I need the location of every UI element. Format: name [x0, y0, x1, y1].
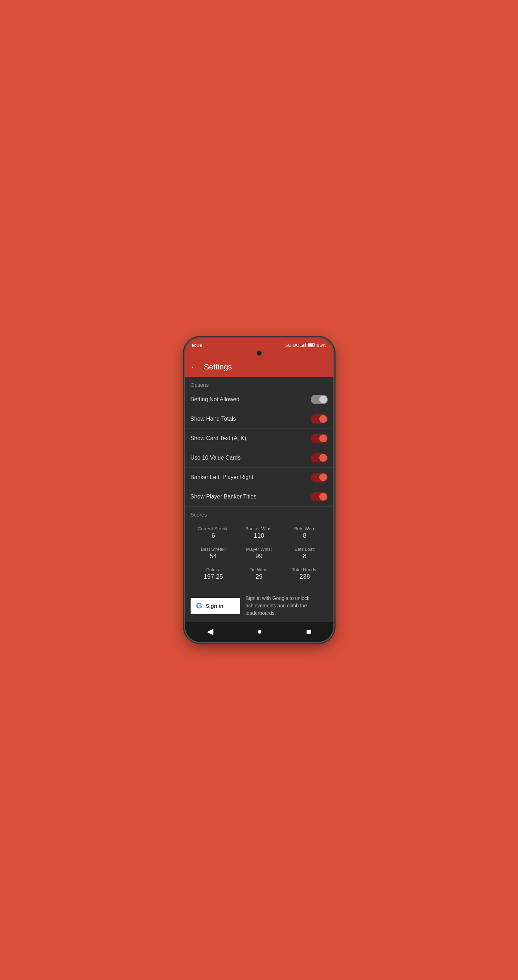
score-label-points: Points: [192, 567, 235, 573]
google-g-icon: G [196, 601, 202, 611]
score-cell-best-streak: Best Streak: 54 [191, 543, 236, 563]
signin-button-label: Sign in [206, 603, 223, 609]
score-label-total-hands: Total Hands: [283, 567, 326, 573]
option-row-banker-left: Banker Left, Player Right [185, 468, 333, 487]
back-button[interactable]: ← [191, 363, 198, 372]
status-bar: 9:16 5G UC 85% [185, 338, 333, 351]
page-title: Settings [204, 363, 232, 372]
score-value-best-streak: 54 [192, 552, 235, 560]
toggle-knob-ten-value [319, 454, 327, 462]
option-row-card-text: Show Card Text (A, K) [185, 429, 333, 448]
toggle-card-text[interactable] [311, 434, 328, 443]
toggle-ten-value[interactable] [311, 453, 328, 463]
svg-rect-5 [315, 344, 316, 346]
score-cell-total-hands: Total Hands: 238 [282, 563, 327, 584]
scores-section-label: Scores [185, 507, 333, 520]
phone-device: 9:16 5G UC 85% [185, 338, 333, 642]
network-label: 5G UC [285, 342, 300, 348]
score-label-best-streak: Best Streak: [192, 547, 235, 552]
svg-rect-1 [302, 345, 303, 347]
toggle-betting[interactable] [311, 395, 328, 404]
status-right: 5G UC 85% [285, 342, 326, 348]
score-cell-bets-lost: Bets Lost: 8 [282, 543, 327, 563]
score-label-bets-lost: Bets Lost: [283, 547, 326, 552]
score-label-current-streak: Current Streak: [192, 526, 235, 531]
score-value-points: 197.25 [192, 573, 235, 581]
nav-home-button[interactable]: ● [257, 627, 262, 636]
option-label-betting: Betting Not Allowed [191, 396, 240, 402]
toggle-hand-totals[interactable] [311, 414, 328, 423]
score-cell-player-wins: Player Wins: 99 [236, 543, 282, 563]
score-cell-current-streak: Current Streak: 6 [191, 522, 236, 543]
score-cell-tie-wins: Tie Wins: 29 [236, 563, 282, 584]
option-label-hand-totals: Show Hand Totals [191, 416, 236, 422]
score-label-tie-wins: Tie Wins: [237, 567, 281, 573]
toggle-knob-card-text [319, 434, 327, 442]
toggle-player-banker-titles[interactable] [311, 492, 328, 501]
score-cell-bets-won: Bets Won: 8 [282, 522, 327, 543]
signin-description: Sign in with Google to unlock achievemen… [246, 595, 328, 617]
score-value-tie-wins: 29 [237, 573, 281, 581]
score-cell-banker-wins: Banker Wins: 110 [236, 522, 282, 543]
option-row-player-banker-titles: Show Player Banker Titles [185, 487, 333, 507]
svg-rect-0 [301, 346, 301, 347]
phone-screen: 9:16 5G UC 85% [185, 338, 333, 642]
svg-rect-2 [303, 344, 304, 347]
score-value-bets-lost: 8 [283, 552, 326, 560]
toggle-knob-betting [319, 396, 327, 403]
battery-icon [308, 343, 316, 347]
toggle-knob-hand-totals [319, 415, 327, 423]
nav-back-button[interactable]: ◀ [207, 627, 213, 636]
nav-recent-button[interactable]: ■ [306, 627, 311, 636]
google-signin-button[interactable]: G Sign in [191, 598, 240, 614]
option-row-ten-value: Use 10 Value Cards [185, 448, 333, 468]
score-cell-points: Points: 197.25 [191, 563, 236, 584]
camera-dot [257, 351, 261, 356]
status-time: 9:16 [192, 342, 202, 348]
option-label-ten-value: Use 10 Value Cards [191, 455, 241, 461]
battery-label: 85% [317, 342, 326, 348]
toggle-knob-banker-left [319, 473, 327, 481]
score-value-current-streak: 6 [192, 532, 235, 539]
option-label-card-text: Show Card Text (A, K) [191, 435, 247, 442]
svg-rect-6 [308, 344, 313, 347]
score-value-total-hands: 238 [283, 573, 326, 581]
signal-icon [301, 343, 306, 347]
option-label-player-banker-titles: Show Player Banker Titles [191, 493, 257, 500]
scores-grid: Current Streak: 6 Banker Wins: 110 Bets … [185, 520, 333, 588]
camera-area [185, 351, 333, 357]
option-row-betting: Betting Not Allowed [185, 390, 333, 409]
score-label-player-wins: Player Wins: [237, 547, 281, 552]
svg-rect-3 [305, 343, 306, 347]
options-section-label: Options [185, 377, 333, 390]
score-label-bets-won: Bets Won: [283, 526, 326, 531]
score-value-bets-won: 8 [283, 532, 326, 539]
option-row-hand-totals: Show Hand Totals [185, 409, 333, 429]
toggle-banker-left[interactable] [311, 473, 328, 482]
option-label-banker-left: Banker Left, Player Right [191, 474, 253, 480]
bottom-navigation: ◀ ● ■ [185, 622, 333, 642]
app-bar: ← Settings [185, 357, 333, 377]
score-value-player-wins: 99 [237, 552, 281, 560]
score-label-banker-wins: Banker Wins: [237, 526, 281, 531]
score-value-banker-wins: 110 [237, 532, 281, 539]
content-area: Options Betting Not Allowed Show Hand To… [185, 377, 333, 622]
signin-section: G Sign in Sign in with Google to unlock … [185, 588, 333, 622]
toggle-knob-player-banker-titles [319, 493, 327, 501]
